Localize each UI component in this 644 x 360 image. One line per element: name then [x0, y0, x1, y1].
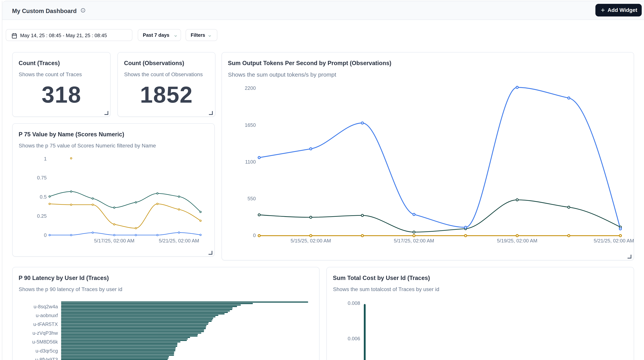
- svg-text:2200: 2200: [244, 85, 256, 91]
- svg-text:1100: 1100: [245, 159, 256, 165]
- svg-text:0.5: 0.5: [40, 194, 46, 200]
- svg-text:u-aobnuxf: u-aobnuxf: [36, 312, 58, 318]
- svg-text:1: 1: [44, 156, 46, 162]
- svg-text:u-8sq2w4a: u-8sq2w4a: [34, 304, 58, 309]
- svg-text:5/17/25, 02:00 AM: 5/17/25, 02:00 AM: [394, 238, 434, 243]
- svg-text:u-zVqP3hw: u-zVqP3hw: [32, 330, 58, 336]
- svg-text:5/21/25, 02:00 AM: 5/21/25, 02:00 AM: [158, 238, 199, 244]
- svg-text:550: 550: [248, 195, 256, 201]
- svg-text:0.006: 0.006: [348, 336, 360, 342]
- svg-text:0: 0: [253, 232, 256, 238]
- svg-text:u-d3qr5cg: u-d3qr5cg: [36, 348, 58, 354]
- svg-text:5/17/25, 02:00 AM: 5/17/25, 02:00 AM: [94, 238, 134, 244]
- svg-text:5/21/25, 02:00 AM: 5/21/25, 02:00 AM: [594, 238, 634, 243]
- svg-text:0.75: 0.75: [37, 175, 47, 181]
- svg-text:1650: 1650: [244, 122, 256, 128]
- svg-text:0.008: 0.008: [348, 300, 360, 306]
- svg-text:5/19/25, 02:00 AM: 5/19/25, 02:00 AM: [497, 238, 537, 243]
- svg-text:0: 0: [44, 232, 46, 238]
- svg-text:u-tFAR5TX: u-tFAR5TX: [33, 321, 58, 327]
- svg-text:5/15/25, 02:00 AM: 5/15/25, 02:00 AM: [290, 238, 331, 243]
- svg-text:u-5M8D56k: u-5M8D56k: [32, 339, 58, 345]
- svg-text:0.25: 0.25: [37, 213, 47, 219]
- svg-text:u-8fVa9T3: u-8fVa9T3: [35, 357, 58, 360]
